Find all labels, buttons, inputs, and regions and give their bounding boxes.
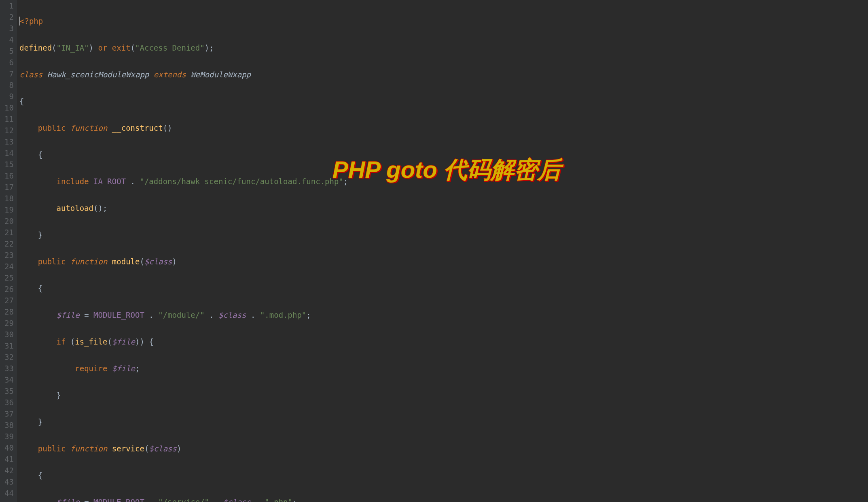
line-number: 3: [2, 23, 14, 34]
line-number: 13: [2, 136, 14, 147]
line-number: 1: [2, 0, 14, 11]
line-number: 21: [2, 227, 14, 238]
line-number: 16: [2, 170, 14, 181]
code-line[interactable]: class Hawk_scenicModuleWxapp extends WeM…: [19, 69, 868, 80]
line-number: 41: [2, 453, 14, 465]
code-area[interactable]: <?php defined("IN_IA") or exit("Access D…: [17, 0, 868, 502]
code-line[interactable]: require $file;: [19, 363, 868, 374]
line-number: 4: [2, 34, 14, 45]
code-line[interactable]: {: [19, 96, 868, 107]
line-number: 5: [2, 45, 14, 57]
line-number: 42: [2, 465, 14, 476]
line-number: 17: [2, 181, 14, 193]
line-number: 39: [2, 431, 14, 442]
line-number: 22: [2, 238, 14, 249]
line-number: 25: [2, 272, 14, 283]
line-number: 9: [2, 91, 14, 102]
code-line[interactable]: $file = MODULE_ROOT . "/service/" . $cla…: [19, 496, 868, 502]
line-number: 27: [2, 295, 14, 306]
line-number: 8: [2, 79, 14, 91]
line-number: 28: [2, 306, 14, 317]
code-line[interactable]: {: [19, 283, 868, 294]
line-number: 2: [2, 11, 14, 23]
line-number: 38: [2, 419, 14, 431]
code-line[interactable]: {: [19, 149, 868, 160]
line-number: 15: [2, 159, 14, 170]
line-number: 11: [2, 113, 14, 125]
line-number: 43: [2, 476, 14, 487]
line-number: 19: [2, 204, 14, 215]
line-number: 40: [2, 442, 14, 453]
code-line[interactable]: $file = MODULE_ROOT . "/module/" . $clas…: [19, 309, 868, 321]
line-number: 10: [2, 102, 14, 113]
line-number: 31: [2, 340, 14, 351]
line-number: 34: [2, 374, 14, 385]
line-number: 18: [2, 193, 14, 204]
code-line[interactable]: }: [19, 416, 868, 428]
line-number: 37: [2, 408, 14, 419]
line-number: 36: [2, 397, 14, 408]
line-number: 44: [2, 487, 14, 499]
line-number: 6: [2, 57, 14, 68]
line-number: 33: [2, 363, 14, 374]
line-number: 12: [2, 125, 14, 136]
code-line[interactable]: <?php: [19, 15, 868, 27]
line-number: 30: [2, 329, 14, 340]
code-line[interactable]: include IA_ROOT . "/addons/hawk_scenic/f…: [19, 176, 868, 187]
line-number: 35: [2, 385, 14, 397]
line-number: 20: [2, 215, 14, 227]
code-line[interactable]: }: [19, 389, 868, 401]
line-number: 26: [2, 283, 14, 295]
code-editor[interactable]: 1 2 3 4 5 6 7 8 9 10 11 12 13 14 15 16 1…: [0, 0, 868, 502]
code-line[interactable]: if (is_file($file)) {: [19, 336, 868, 347]
code-line[interactable]: public function __construct(): [19, 122, 868, 134]
line-number: 23: [2, 249, 14, 261]
line-number: 29: [2, 317, 14, 329]
line-number: 7: [2, 68, 14, 79]
code-line[interactable]: {: [19, 470, 868, 481]
line-number-gutter: 1 2 3 4 5 6 7 8 9 10 11 12 13 14 15 16 1…: [0, 0, 17, 502]
code-line[interactable]: public function module($class): [19, 256, 868, 267]
line-number: 24: [2, 261, 14, 272]
code-line[interactable]: autoload();: [19, 202, 868, 214]
line-number: 14: [2, 147, 14, 159]
code-line[interactable]: }: [19, 229, 868, 240]
code-line[interactable]: defined("IN_IA") or exit("Access Denied"…: [19, 42, 868, 53]
line-number: 32: [2, 351, 14, 363]
code-line[interactable]: public function service($class): [19, 443, 868, 454]
